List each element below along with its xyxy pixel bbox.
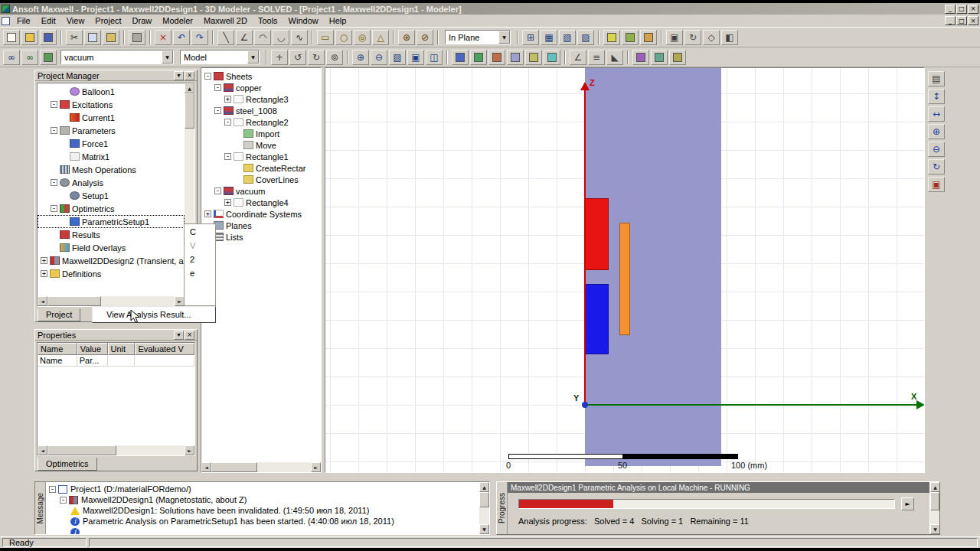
tree-item-createrectar[interactable]: CreateRectar	[201, 162, 321, 174]
properties-hscrollbar[interactable]: ◄ ►	[38, 445, 194, 455]
message-item[interactable]: Maxwell2DDesign1: Solutions have been in…	[46, 505, 489, 516]
zoom-extents-icon[interactable]: ⊕	[928, 124, 945, 139]
draw-circle-icon[interactable]: ◎	[354, 30, 371, 45]
progress-vscrollbar[interactable]: ▲ ▼	[929, 482, 939, 534]
modeler-view[interactable]: Z X Y 0 50 100 (mm)	[325, 67, 925, 473]
scroll-thumb[interactable]	[479, 492, 489, 507]
property-row[interactable]: NamePar...	[38, 355, 194, 367]
orbit-icon[interactable]: ⊚	[326, 50, 343, 65]
section-icon[interactable]	[632, 50, 649, 65]
tree-item-force1[interactable]: Force1	[38, 137, 185, 150]
offset-icon[interactable]	[640, 30, 657, 45]
mode-select[interactable]: Model▼	[180, 50, 260, 64]
draw-polyline-icon[interactable]: ∠	[236, 30, 253, 45]
fit-all-icon[interactable]: ▣	[407, 50, 424, 65]
rotate-view-icon[interactable]: ↺	[289, 50, 306, 65]
tree-item-rectangle3[interactable]: +Rectangle3	[201, 93, 321, 105]
scroll-up-icon[interactable]: ▲	[930, 482, 940, 492]
panel-pin-icon[interactable]: ▾	[174, 331, 184, 340]
sweep-icon[interactable]	[525, 50, 542, 65]
expand-horizontal-icon[interactable]: ↔	[928, 106, 945, 122]
expand-icon[interactable]: -	[49, 486, 56, 493]
expand-icon[interactable]: +	[41, 257, 47, 264]
tree-item-parameters[interactable]: -Parameters	[38, 124, 185, 137]
expand-icon[interactable]: -	[214, 187, 221, 194]
expand-icon[interactable]: -	[60, 497, 67, 504]
message-item[interactable]: -Maxwell2DDesign1 (Magnetostatic, about …	[46, 494, 489, 505]
tree-item-planes[interactable]: Planes	[201, 220, 321, 231]
component-icon[interactable]	[40, 50, 57, 65]
tree-item-lists[interactable]: Lists	[201, 231, 321, 243]
tree-item-coordinate-systems[interactable]: +Coordinate Systems	[201, 208, 321, 220]
expand-icon[interactable]: +	[224, 199, 231, 206]
tree-item-balloon1[interactable]: Balloon1	[38, 85, 185, 98]
menu-modeler[interactable]: Modeler	[157, 15, 198, 27]
tree-item-mesh-operations[interactable]: Mesh Operations	[38, 163, 185, 176]
panel-close-icon[interactable]: ×	[185, 71, 194, 80]
mdi-restore-button[interactable]: □	[956, 16, 967, 25]
menu-view[interactable]: View	[61, 15, 90, 27]
tree-item-parametricsetup1[interactable]: ParametricSetup1	[38, 215, 185, 228]
split-icon[interactable]: ◧	[721, 30, 738, 45]
search-icon[interactable]: ∞	[3, 50, 20, 65]
tree-item-vacuum[interactable]: -vacuum	[201, 185, 321, 197]
connect-icon[interactable]	[544, 50, 560, 65]
search-libraries-icon[interactable]: ∞	[21, 50, 38, 65]
expand-icon[interactable]: -	[224, 153, 231, 160]
snap-edge-icon[interactable]: ▨	[577, 30, 594, 45]
dropdown-icon[interactable]: ▼	[162, 51, 173, 64]
scale-icon[interactable]: ◇	[703, 30, 720, 45]
arrange-icon[interactable]: ▣	[666, 30, 683, 45]
project-tree-hscrollbar[interactable]: ◄ ►	[38, 296, 185, 306]
message-item[interactable]: Parametric Analysis on ParametricSetup1 …	[46, 516, 489, 527]
tree-item-analysis[interactable]: -Analysis	[38, 176, 185, 189]
tree-item-steel-1008[interactable]: -steel_1008	[201, 105, 321, 116]
scroll-thumb[interactable]	[930, 492, 939, 510]
split-body-icon[interactable]	[651, 50, 668, 65]
menu-window[interactable]: Window	[283, 15, 324, 27]
progress-detail-icon[interactable]: ►	[901, 497, 914, 510]
scroll-right-icon[interactable]: ►	[311, 462, 321, 472]
tree-item-coverlines[interactable]: CoverLines	[201, 174, 321, 185]
tree-item-field-overlays[interactable]: Field Overlays	[38, 241, 185, 254]
measure-length-icon[interactable]: ≡	[588, 50, 605, 65]
draw-line-icon[interactable]: ╲	[217, 30, 234, 45]
draw-polygon-icon[interactable]: △	[372, 30, 389, 45]
restore-button[interactable]: □	[956, 5, 967, 14]
duplicate-line-icon[interactable]	[470, 50, 487, 65]
expand-icon[interactable]: -	[51, 205, 57, 212]
print-icon[interactable]	[129, 30, 145, 45]
scroll-right-icon[interactable]: ►	[185, 445, 194, 455]
scroll-track[interactable]	[47, 296, 175, 306]
scroll-thumb[interactable]	[211, 462, 257, 472]
scroll-track[interactable]	[930, 492, 939, 524]
tree-item-import[interactable]: Import	[201, 128, 321, 139]
zoom-in-icon[interactable]: ⊕	[352, 50, 369, 65]
zoom-out-icon[interactable]: ⊖	[371, 50, 387, 65]
close-button[interactable]: ×	[968, 5, 978, 14]
scroll-track[interactable]	[47, 445, 185, 455]
tab-project[interactable]: Project	[38, 308, 80, 321]
draw-spline-icon[interactable]: ∿	[291, 30, 308, 45]
dropdown-icon[interactable]: ▼	[498, 31, 510, 44]
mirror-icon[interactable]	[622, 30, 639, 45]
copy-icon[interactable]	[84, 30, 101, 45]
scroll-left-icon[interactable]: ◄	[38, 296, 47, 306]
message-tab[interactable]: Message	[35, 482, 46, 534]
tree-item-copper[interactable]: -copper	[201, 82, 321, 93]
tab-optimetrics[interactable]: Optimetrics	[38, 458, 97, 471]
delete-icon[interactable]: ×	[155, 30, 172, 45]
redo-icon[interactable]: ↷	[191, 30, 208, 45]
snap-vertex-icon[interactable]: ▧	[559, 30, 576, 45]
expand-icon[interactable]: -	[224, 119, 231, 126]
plane-select[interactable]: In Plane▼	[445, 30, 511, 44]
minimize-button[interactable]: _	[945, 5, 956, 14]
menu-help[interactable]: Help	[324, 15, 352, 27]
measure-position-icon[interactable]: ∠	[570, 50, 586, 65]
message-vscrollbar[interactable]: ▲ ▼	[479, 482, 489, 534]
tree-item-rectangle4[interactable]: +Rectangle4	[201, 197, 321, 208]
expand-icon[interactable]: -	[214, 107, 221, 114]
active-view-icon[interactable]: ▣	[928, 177, 945, 192]
tree-item-results[interactable]: Results	[38, 228, 185, 241]
scroll-thumb[interactable]	[47, 296, 101, 306]
